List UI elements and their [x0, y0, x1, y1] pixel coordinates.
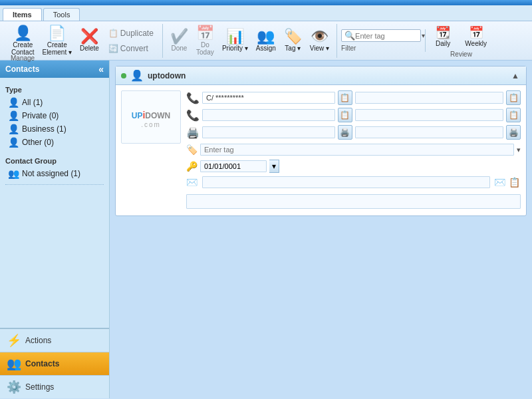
date-row: 🔑 01/01/0001 ▾ — [186, 160, 521, 173]
create-element-button[interactable]: 📄 CreateElement ▾ — [39, 24, 74, 58]
phone4-input[interactable] — [355, 109, 504, 121]
tag-icon: 🏷️ — [284, 29, 302, 44]
notes-area[interactable] — [186, 194, 521, 209]
duplicate-label: Duplicate — [120, 29, 154, 38]
main-layout: Contacts « Type 👤 All (1) 👤 Private (0) … — [0, 61, 532, 398]
tag-button[interactable]: 🏷️ Tag ▾ — [281, 27, 305, 54]
sidebar-content: Type 👤 All (1) 👤 Private (0) 👤 Business … — [0, 78, 109, 328]
contact-card: 👤 uptodown ▲ UPiDOWN .com — [115, 66, 527, 216]
toolbar: 👤 CreateContact 📄 CreateElement ▾ ❌ Dele… — [0, 21, 532, 61]
phone-field-1: 📞 📋 — [186, 90, 352, 105]
delete-button[interactable]: ❌ Delete — [76, 27, 102, 54]
contact-card-header: 👤 uptodown ▲ — [116, 66, 526, 85]
weekly-button[interactable]: 📅 Weekly — [459, 23, 493, 49]
view-button[interactable]: 👁️ View ▾ — [307, 27, 332, 54]
phone3-input[interactable] — [202, 109, 335, 121]
sidebar-item-business[interactable]: 👤 Business (1) — [5, 122, 104, 136]
toolbar-group-review: 📆 Daily 📅 Weekly Review — [426, 23, 497, 58]
priority-button[interactable]: 📊 Priority ▾ — [219, 27, 251, 54]
phone3-action-button[interactable]: 📋 — [338, 108, 352, 122]
sidebar-item-other[interactable]: 👤 Other (0) — [5, 136, 104, 149]
email-row: ✉️ ✉️ 📋 — [186, 176, 521, 189]
delete-icon: ❌ — [80, 29, 98, 44]
done-button[interactable]: ✔️ Done — [167, 27, 192, 54]
sidebar-group-label: Contact Group — [5, 157, 104, 165]
phone-row-2: 📞 📋 📋 — [186, 108, 521, 122]
email-action-button[interactable]: 📋 — [507, 176, 521, 189]
nav-settings-label: Settings — [25, 382, 54, 392]
convert-button[interactable]: 🔄 Convert — [105, 42, 157, 55]
filter-input-wrapper[interactable]: 🔍 ▾ — [341, 29, 421, 42]
assign-label: Assign — [256, 45, 276, 52]
nav-settings[interactable]: ⚙️ Settings — [0, 375, 109, 398]
assign-button[interactable]: 👥 Assign — [253, 27, 279, 54]
weekly-label: Weekly — [465, 40, 487, 47]
card-expand-button[interactable]: ▲ — [510, 71, 521, 80]
contact-name: uptodown — [148, 71, 186, 80]
phone1-input[interactable] — [202, 92, 335, 104]
phone4-action-button[interactable]: 📋 — [506, 108, 521, 122]
tag-label: Tag ▾ — [285, 45, 301, 52]
sidebar: Contacts « Type 👤 All (1) 👤 Private (0) … — [0, 61, 110, 398]
phone-field-2: 📋 — [355, 90, 521, 105]
other-icon: 👤 — [8, 137, 19, 148]
phone-field-4: 📋 — [355, 108, 521, 122]
nav-actions[interactable]: ⚡ Actions — [0, 329, 109, 352]
priority-label: Priority ▾ — [222, 45, 248, 52]
phone-field-6: 🖨️ — [355, 125, 521, 140]
toolbar-group-filter: 🔍 ▾ Filter — [337, 29, 426, 52]
email-send-button[interactable]: ✉️ — [493, 176, 506, 189]
phone1-action-button[interactable]: 📋 — [338, 90, 352, 105]
sidebar-item-not-assigned-label: Not assigned (1) — [22, 169, 80, 178]
nav-contacts[interactable]: 👥 Contacts — [0, 352, 109, 375]
phone2-input[interactable] — [355, 92, 504, 104]
create-contact-button[interactable]: 👤 CreateContact — [8, 24, 37, 58]
do-today-button[interactable]: 📅 DoToday — [193, 24, 217, 58]
phone5-icon: 🖨️ — [186, 126, 200, 139]
convert-label: Convert — [120, 44, 148, 53]
delete-label: Delete — [80, 45, 99, 52]
daily-label: Daily — [436, 40, 450, 47]
phone5-input[interactable] — [202, 126, 335, 138]
view-label: View ▾ — [310, 45, 329, 52]
create-contact-icon: 👤 — [14, 26, 32, 41]
tag-row: 🏷️ ▾ — [186, 142, 521, 157]
content-area: 👤 uptodown ▲ UPiDOWN .com — [110, 61, 532, 398]
phone2-action-button[interactable]: 📋 — [506, 90, 521, 105]
sidebar-item-all[interactable]: 👤 All (1) — [5, 96, 104, 109]
tag-dropdown-icon[interactable]: ▾ — [517, 146, 521, 154]
filter-search-icon: 🔍 — [344, 31, 355, 41]
sidebar-divider — [5, 184, 104, 185]
assign-icon: 👥 — [257, 29, 275, 44]
review-label: Review — [450, 51, 472, 58]
date-dropdown-button[interactable]: ▾ — [269, 160, 279, 173]
toolbar-group-configure: ✔️ Done 📅 DoToday 📊 Priority ▾ 👥 Assign … — [163, 24, 337, 58]
logo-down: DOWN — [145, 111, 170, 120]
tag-field-input[interactable] — [200, 144, 514, 156]
phone5-action-button[interactable]: 🖨️ — [338, 125, 352, 140]
contact-fields: 📞 📋 📋 📞 📋 — [186, 90, 521, 210]
status-dot — [121, 73, 126, 78]
email-field-icon: ✉️ — [186, 177, 200, 188]
convert-icon: 🔄 — [108, 44, 118, 53]
filter-tag-input[interactable] — [355, 32, 422, 40]
sidebar-item-not-assigned[interactable]: 👥 Not assigned (1) — [5, 167, 104, 180]
daily-button[interactable]: 📆 Daily — [430, 23, 456, 49]
filter-dropdown-icon[interactable]: ▾ — [422, 32, 425, 39]
date-field-input[interactable]: 01/01/0001 — [200, 160, 267, 172]
settings-nav-icon: ⚙️ — [7, 380, 21, 394]
contact-card-controls: ▲ — [510, 71, 521, 80]
phone6-action-button[interactable]: 🖨️ — [506, 125, 521, 140]
email-field-input[interactable] — [202, 176, 490, 188]
phone6-input[interactable] — [355, 126, 504, 138]
contact-card-title: 👤 uptodown — [121, 69, 186, 82]
duplicate-button[interactable]: 📋 Duplicate — [105, 27, 157, 40]
daily-icon: 📆 — [436, 25, 450, 40]
tab-tools[interactable]: Tools — [43, 8, 80, 21]
nav-actions-label: Actions — [25, 336, 51, 345]
contact-avatar-icon: 👤 — [130, 69, 144, 82]
sidebar-collapse-button[interactable]: « — [98, 64, 104, 74]
sidebar-item-private[interactable]: 👤 Private (0) — [5, 109, 104, 122]
bottom-nav: ⚡ Actions 👥 Contacts ⚙️ Settings — [0, 328, 109, 398]
tab-items[interactable]: Items — [3, 8, 42, 21]
